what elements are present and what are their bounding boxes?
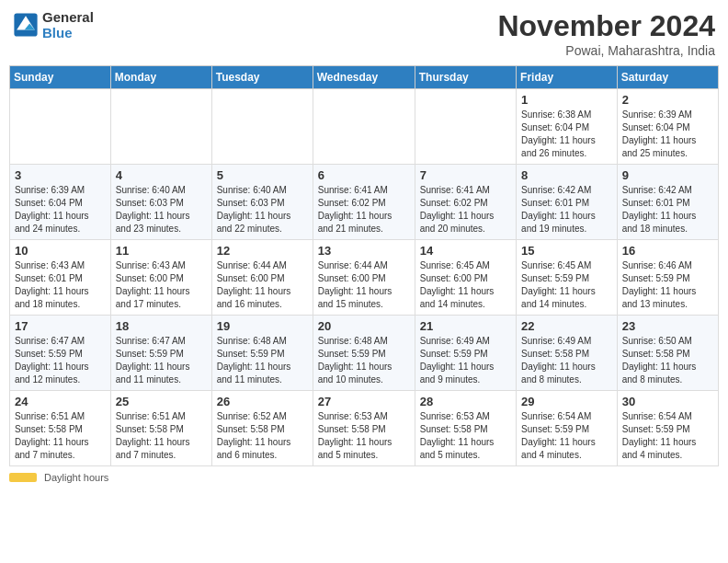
day-info: Sunrise: 6:45 AM Sunset: 6:00 PM Dayligh… bbox=[420, 259, 511, 311]
calendar-cell: 19Sunrise: 6:48 AM Sunset: 5:59 PM Dayli… bbox=[211, 316, 313, 391]
calendar-cell: 29Sunrise: 6:54 AM Sunset: 5:59 PM Dayli… bbox=[517, 391, 618, 466]
calendar-cell: 13Sunrise: 6:44 AM Sunset: 6:00 PM Dayli… bbox=[313, 240, 415, 316]
day-number: 1 bbox=[521, 93, 612, 107]
day-number: 17 bbox=[15, 319, 106, 333]
calendar-cell: 14Sunrise: 6:45 AM Sunset: 6:00 PM Dayli… bbox=[415, 240, 516, 316]
title-block: November 2024 Powai, Maharashtra, India bbox=[497, 9, 715, 58]
month-title: November 2024 bbox=[497, 9, 715, 43]
day-number: 13 bbox=[318, 244, 410, 258]
day-number: 27 bbox=[318, 395, 410, 408]
day-number: 20 bbox=[318, 319, 410, 333]
day-number: 24 bbox=[15, 395, 106, 408]
calendar-cell: 28Sunrise: 6:53 AM Sunset: 5:58 PM Dayli… bbox=[415, 391, 516, 466]
day-number: 4 bbox=[116, 168, 207, 182]
weekday-header: Monday bbox=[110, 66, 211, 89]
calendar-cell bbox=[110, 89, 211, 165]
day-number: 26 bbox=[217, 395, 308, 408]
day-number: 30 bbox=[622, 395, 713, 408]
calendar-cell: 10Sunrise: 6:43 AM Sunset: 6:01 PM Dayli… bbox=[10, 240, 111, 316]
calendar-cell: 4Sunrise: 6:40 AM Sunset: 6:03 PM Daylig… bbox=[110, 165, 211, 240]
day-info: Sunrise: 6:45 AM Sunset: 5:59 PM Dayligh… bbox=[521, 259, 612, 311]
day-info: Sunrise: 6:51 AM Sunset: 5:58 PM Dayligh… bbox=[116, 410, 207, 462]
calendar-cell: 9Sunrise: 6:42 AM Sunset: 6:01 PM Daylig… bbox=[617, 165, 718, 240]
calendar-cell: 22Sunrise: 6:49 AM Sunset: 5:58 PM Dayli… bbox=[517, 316, 618, 391]
day-number: 3 bbox=[15, 168, 106, 182]
calendar-cell: 16Sunrise: 6:46 AM Sunset: 5:59 PM Dayli… bbox=[617, 240, 718, 316]
calendar-week-row: 17Sunrise: 6:47 AM Sunset: 5:59 PM Dayli… bbox=[10, 316, 719, 391]
day-number: 9 bbox=[622, 168, 713, 182]
calendar-week-row: 3Sunrise: 6:39 AM Sunset: 6:04 PM Daylig… bbox=[10, 165, 719, 240]
day-number: 6 bbox=[318, 168, 410, 182]
calendar-cell: 11Sunrise: 6:43 AM Sunset: 6:00 PM Dayli… bbox=[110, 240, 211, 316]
footer-note: Daylight hours bbox=[9, 472, 719, 483]
day-info: Sunrise: 6:41 AM Sunset: 6:02 PM Dayligh… bbox=[420, 184, 511, 236]
calendar-cell: 8Sunrise: 6:42 AM Sunset: 6:01 PM Daylig… bbox=[517, 165, 618, 240]
logo: General Blue bbox=[13, 9, 94, 40]
day-info: Sunrise: 6:44 AM Sunset: 6:00 PM Dayligh… bbox=[217, 259, 308, 311]
calendar-cell: 21Sunrise: 6:49 AM Sunset: 5:59 PM Dayli… bbox=[415, 316, 516, 391]
calendar-week-row: 1Sunrise: 6:38 AM Sunset: 6:04 PM Daylig… bbox=[10, 89, 719, 165]
calendar-cell: 6Sunrise: 6:41 AM Sunset: 6:02 PM Daylig… bbox=[313, 165, 415, 240]
day-number: 8 bbox=[521, 168, 612, 182]
calendar-cell: 1Sunrise: 6:38 AM Sunset: 6:04 PM Daylig… bbox=[517, 89, 618, 165]
calendar-cell: 15Sunrise: 6:45 AM Sunset: 5:59 PM Dayli… bbox=[517, 240, 618, 316]
day-info: Sunrise: 6:48 AM Sunset: 5:59 PM Dayligh… bbox=[217, 335, 308, 386]
calendar-cell bbox=[415, 89, 516, 165]
day-number: 7 bbox=[420, 168, 511, 182]
day-info: Sunrise: 6:53 AM Sunset: 5:58 PM Dayligh… bbox=[318, 410, 410, 462]
day-number: 28 bbox=[420, 395, 511, 408]
day-number: 5 bbox=[217, 168, 308, 182]
daylight-label: Daylight hours bbox=[44, 472, 108, 483]
day-number: 14 bbox=[420, 244, 511, 258]
calendar-cell: 12Sunrise: 6:44 AM Sunset: 6:00 PM Dayli… bbox=[211, 240, 313, 316]
day-info: Sunrise: 6:54 AM Sunset: 5:59 PM Dayligh… bbox=[521, 410, 612, 462]
daylight-bar bbox=[9, 473, 37, 482]
logo-text: General Blue bbox=[42, 9, 94, 40]
calendar-cell bbox=[10, 89, 111, 165]
weekday-header: Wednesday bbox=[313, 66, 415, 89]
day-info: Sunrise: 6:49 AM Sunset: 5:58 PM Dayligh… bbox=[521, 335, 612, 386]
weekday-header: Saturday bbox=[617, 66, 718, 89]
weekday-header: Tuesday bbox=[211, 66, 313, 89]
day-info: Sunrise: 6:53 AM Sunset: 5:58 PM Dayligh… bbox=[420, 410, 511, 462]
day-info: Sunrise: 6:50 AM Sunset: 5:58 PM Dayligh… bbox=[622, 335, 713, 386]
weekday-header: Friday bbox=[517, 66, 618, 89]
calendar-cell: 7Sunrise: 6:41 AM Sunset: 6:02 PM Daylig… bbox=[415, 165, 516, 240]
calendar-cell: 3Sunrise: 6:39 AM Sunset: 6:04 PM Daylig… bbox=[10, 165, 111, 240]
day-number: 29 bbox=[521, 395, 612, 408]
day-info: Sunrise: 6:48 AM Sunset: 5:59 PM Dayligh… bbox=[318, 335, 410, 386]
day-number: 25 bbox=[116, 395, 207, 408]
day-info: Sunrise: 6:41 AM Sunset: 6:02 PM Dayligh… bbox=[318, 184, 410, 236]
day-info: Sunrise: 6:46 AM Sunset: 5:59 PM Dayligh… bbox=[622, 259, 713, 311]
day-info: Sunrise: 6:47 AM Sunset: 5:59 PM Dayligh… bbox=[116, 335, 207, 386]
calendar-cell bbox=[313, 89, 415, 165]
day-info: Sunrise: 6:52 AM Sunset: 5:58 PM Dayligh… bbox=[217, 410, 308, 462]
calendar-table: SundayMondayTuesdayWednesdayThursdayFrid… bbox=[9, 65, 719, 466]
calendar-week-row: 24Sunrise: 6:51 AM Sunset: 5:58 PM Dayli… bbox=[10, 391, 719, 466]
day-info: Sunrise: 6:40 AM Sunset: 6:03 PM Dayligh… bbox=[217, 184, 308, 236]
day-number: 19 bbox=[217, 319, 308, 333]
day-info: Sunrise: 6:49 AM Sunset: 5:59 PM Dayligh… bbox=[420, 335, 511, 386]
calendar-header-row: SundayMondayTuesdayWednesdayThursdayFrid… bbox=[10, 66, 719, 89]
day-number: 2 bbox=[622, 93, 713, 107]
calendar-cell: 24Sunrise: 6:51 AM Sunset: 5:58 PM Dayli… bbox=[10, 391, 111, 466]
calendar-week-row: 10Sunrise: 6:43 AM Sunset: 6:01 PM Dayli… bbox=[10, 240, 719, 316]
day-info: Sunrise: 6:51 AM Sunset: 5:58 PM Dayligh… bbox=[15, 410, 106, 462]
calendar-cell: 2Sunrise: 6:39 AM Sunset: 6:04 PM Daylig… bbox=[617, 89, 718, 165]
weekday-header: Thursday bbox=[415, 66, 516, 89]
calendar-cell: 17Sunrise: 6:47 AM Sunset: 5:59 PM Dayli… bbox=[10, 316, 111, 391]
day-info: Sunrise: 6:40 AM Sunset: 6:03 PM Dayligh… bbox=[116, 184, 207, 236]
day-number: 18 bbox=[116, 319, 207, 333]
page-header: General Blue November 2024 Powai, Mahara… bbox=[9, 9, 719, 58]
logo-icon bbox=[13, 12, 39, 38]
day-number: 10 bbox=[15, 244, 106, 258]
location-text: Powai, Maharashtra, India bbox=[497, 43, 715, 58]
day-info: Sunrise: 6:44 AM Sunset: 6:00 PM Dayligh… bbox=[318, 259, 410, 311]
day-number: 22 bbox=[521, 319, 612, 333]
day-number: 11 bbox=[116, 244, 207, 258]
day-info: Sunrise: 6:54 AM Sunset: 5:59 PM Dayligh… bbox=[622, 410, 713, 462]
day-info: Sunrise: 6:42 AM Sunset: 6:01 PM Dayligh… bbox=[521, 184, 612, 236]
weekday-header: Sunday bbox=[10, 66, 111, 89]
day-info: Sunrise: 6:47 AM Sunset: 5:59 PM Dayligh… bbox=[15, 335, 106, 386]
calendar-cell: 30Sunrise: 6:54 AM Sunset: 5:59 PM Dayli… bbox=[617, 391, 718, 466]
